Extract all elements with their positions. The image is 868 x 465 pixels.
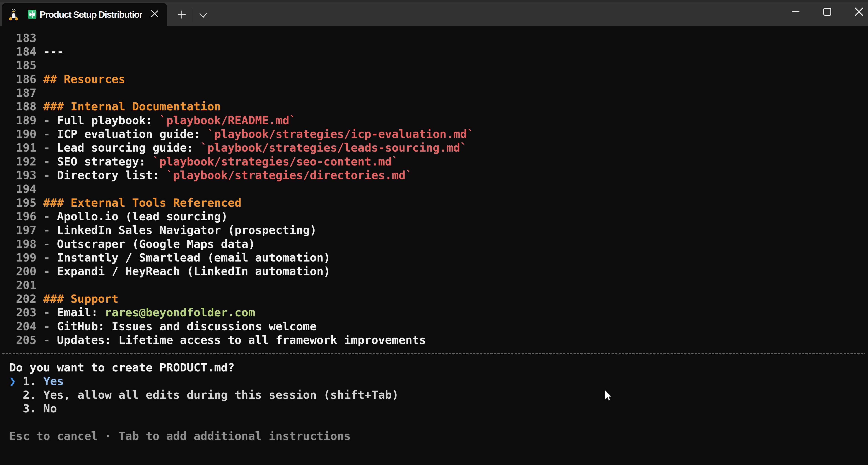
diff-line-196: 196 - Apollo.io (lead sourcing) bbox=[9, 210, 228, 224]
tab-title: Product Setup Distribution bbox=[40, 3, 142, 26]
terminal-content[interactable]: 183 184 --- 185 186 ## Resources 187 188… bbox=[0, 26, 868, 465]
diff-line-183: 183 bbox=[9, 31, 36, 45]
segment-sel: Yes bbox=[43, 375, 64, 388]
segment-header: ### External Tools Referenced bbox=[43, 196, 241, 209]
segment-text: --- bbox=[43, 45, 64, 58]
option-1-yes[interactable]: ❯ 1. Yes bbox=[9, 374, 64, 388]
diff-line-185: 185 bbox=[9, 59, 36, 72]
diff-line-186: 186 ## Resources bbox=[9, 72, 125, 86]
segment-num: 183 bbox=[9, 31, 36, 44]
segment-path: `playbook/strategies/icp-evaluation.md` bbox=[207, 128, 474, 141]
segment-path: `playbook/strategies/directories.md` bbox=[166, 169, 412, 182]
diff-line-188: 188 ### Internal Documentation bbox=[9, 100, 221, 113]
diff-line-197: 197 - LinkedIn Sales Navigator (prospect… bbox=[9, 223, 317, 237]
segment-num: 203 bbox=[9, 306, 43, 319]
segment-header: ### Support bbox=[43, 292, 118, 305]
minimize-button[interactable] bbox=[780, 0, 811, 26]
segment-num: 201 bbox=[9, 278, 36, 292]
diff-line-202: 202 ### Support bbox=[9, 292, 118, 306]
segment-dim: - bbox=[43, 265, 57, 278]
maximize-button[interactable] bbox=[811, 0, 843, 26]
segment-num: 190 bbox=[9, 128, 43, 141]
prompt-question: Do you want to create PRODUCT.md? bbox=[9, 361, 235, 375]
diff-line-194: 194 bbox=[9, 182, 36, 196]
segment-dim: - bbox=[43, 251, 57, 264]
green-asterisk-emoji-icon bbox=[28, 9, 37, 19]
segment-text: LinkedIn Sales Navigator (prospecting) bbox=[57, 224, 317, 237]
segment-text: GitHub: Issues and discussions welcome bbox=[57, 320, 317, 333]
segment-num: 184 bbox=[9, 45, 43, 58]
segment-path: `playbook/strategies/leads-sourcing.md` bbox=[200, 141, 467, 154]
diff-line-201: 201 bbox=[9, 278, 36, 292]
segment-header: ## Resources bbox=[43, 73, 125, 86]
diff-line-199: 199 - Instantly / Smartlead (email autom… bbox=[9, 251, 330, 265]
diff-line-187: 187 bbox=[9, 86, 36, 100]
segment-caret: ❯ bbox=[9, 375, 16, 388]
diff-line-205: 205 - Updates: Lifetime access to all fr… bbox=[9, 333, 426, 347]
segment-email: rares@beyondfolder.com bbox=[105, 306, 255, 319]
segment-text: Outscraper (Google Maps data) bbox=[57, 237, 255, 251]
diff-line-204: 204 - GitHub: Issues and discussions wel… bbox=[9, 320, 317, 333]
option-2-yes-allow-all[interactable]: 2. Yes, allow all edits during this sess… bbox=[9, 388, 399, 402]
segment-num: 193 bbox=[9, 169, 43, 182]
segment-dim: - bbox=[43, 210, 57, 223]
segment-text: Expandi / HeyReach (LinkedIn automation) bbox=[57, 265, 330, 278]
title-bar[interactable]: Product Setup Distribution bbox=[0, 0, 868, 26]
segment-dim: - bbox=[43, 114, 57, 127]
prompt-hint: Esc to cancel · Tab to add additional in… bbox=[9, 429, 351, 443]
terminal-window: Product Setup Distribution bbox=[0, 0, 868, 465]
diff-line-203: 203 - Email: rares@beyondfolder.com bbox=[9, 306, 255, 320]
segment-num: 197 bbox=[9, 224, 43, 237]
diff-line-200: 200 - Expandi / HeyReach (LinkedIn autom… bbox=[9, 264, 330, 278]
mouse-cursor bbox=[604, 389, 613, 402]
new-tab-button[interactable] bbox=[175, 7, 189, 22]
segment-text: Email: bbox=[57, 306, 105, 319]
segment-dim: - bbox=[43, 306, 57, 319]
segment-dim: - bbox=[43, 237, 57, 251]
diff-line-193: 193 - Directory list: `playbook/strategi… bbox=[9, 168, 412, 182]
segment-num: 191 bbox=[9, 141, 43, 154]
segment-num: 185 bbox=[9, 59, 36, 72]
segment-text: SEO strategy: bbox=[57, 155, 153, 168]
segment-num: 195 bbox=[9, 196, 43, 209]
segment-num: 186 bbox=[9, 73, 43, 86]
diff-line-189: 189 - Full playbook: `playbook/README.md… bbox=[9, 113, 296, 128]
segment-text: Full playbook: bbox=[57, 114, 159, 127]
tab-dropdown-chevron-icon[interactable] bbox=[196, 7, 210, 22]
segment-num: 196 bbox=[9, 210, 43, 223]
segment-dim: - bbox=[43, 224, 57, 237]
segment-text: Instantly / Smartlead (email automation) bbox=[57, 251, 330, 264]
window-close-button[interactable] bbox=[843, 0, 868, 26]
segment-num: 188 bbox=[9, 100, 43, 113]
prompt-separator bbox=[2, 354, 865, 354]
segment-dim: - bbox=[43, 320, 57, 333]
segment-path: `playbook/README.md` bbox=[159, 114, 296, 127]
diff-line-198: 198 - Outscraper (Google Maps data) bbox=[9, 237, 255, 251]
diff-line-192: 192 - SEO strategy: `playbook/strategies… bbox=[9, 155, 399, 169]
diff-line-184: 184 --- bbox=[9, 45, 64, 59]
segment-path: `playbook/strategies/seo-content.md` bbox=[153, 155, 399, 168]
option-3-no[interactable]: 3. No bbox=[9, 402, 57, 416]
diff-line-191: 191 - Lead sourcing guide: `playbook/str… bbox=[9, 141, 467, 155]
diff-line-195: 195 ### External Tools Referenced bbox=[9, 196, 241, 210]
tab-product-setup-distribution[interactable]: Product Setup Distribution bbox=[2, 3, 167, 26]
segment-dim: - bbox=[43, 169, 57, 182]
segment-opt: 1. bbox=[16, 375, 43, 388]
segment-num: 192 bbox=[9, 155, 43, 168]
segment-num: 199 bbox=[9, 251, 43, 264]
segment-opt: 2. Yes, allow all edits during this sess… bbox=[9, 388, 399, 401]
segment-num: 204 bbox=[9, 320, 43, 333]
segment-hint: Esc to cancel · Tab to add additional in… bbox=[9, 430, 351, 443]
segment-num: 205 bbox=[9, 333, 43, 346]
segment-num: 198 bbox=[9, 237, 43, 251]
segment-num: 189 bbox=[9, 114, 43, 127]
segment-header: ### Internal Documentation bbox=[43, 100, 221, 113]
segment-dim: - bbox=[43, 333, 57, 346]
tab-close-icon[interactable] bbox=[147, 10, 159, 20]
segment-text: Do you want to create PRODUCT.md? bbox=[9, 361, 235, 374]
segment-dim: - bbox=[43, 141, 57, 154]
segment-num: 187 bbox=[9, 86, 36, 99]
segment-text: Directory list: bbox=[57, 169, 166, 182]
segment-text: Updates: Lifetime access to all framewor… bbox=[57, 333, 426, 346]
segment-num: 200 bbox=[9, 265, 43, 278]
